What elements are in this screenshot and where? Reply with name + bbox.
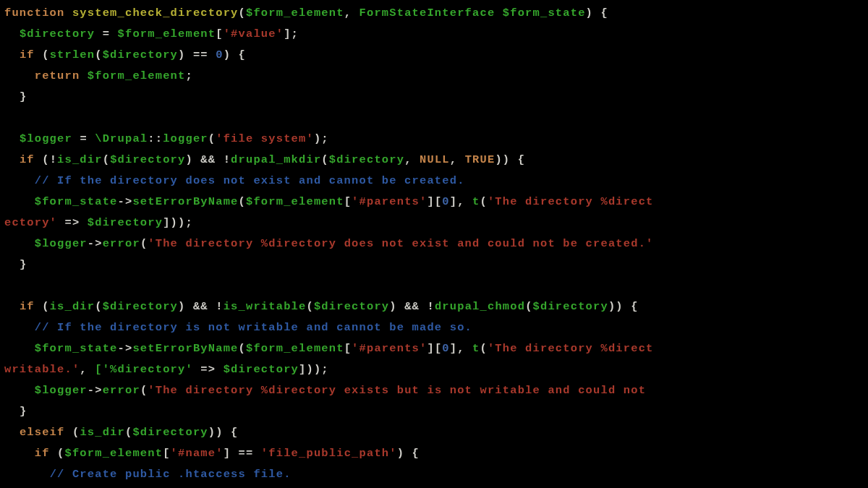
v: $directory — [329, 153, 404, 166]
v: $directory — [88, 216, 163, 229]
v: $form_element — [246, 7, 344, 20]
p: { — [631, 300, 638, 313]
p: ( — [42, 153, 49, 166]
s: '#name' — [171, 447, 224, 460]
p: ] — [299, 363, 306, 376]
p: ) — [608, 300, 616, 313]
v: $directory — [110, 153, 185, 166]
p: } — [20, 90, 27, 103]
op: -> — [118, 195, 133, 208]
v: $form_state — [35, 195, 118, 208]
v: $directory — [103, 48, 178, 61]
b: NULL — [420, 153, 450, 166]
v: $form_element — [246, 195, 344, 208]
p: ( — [306, 300, 313, 313]
p: ( — [95, 300, 102, 313]
p: , — [457, 342, 464, 355]
b: TRUE — [465, 153, 495, 166]
op: => — [200, 363, 216, 376]
op: :: — [148, 132, 163, 145]
op: => — [65, 216, 80, 229]
p: ] — [450, 195, 457, 208]
p: ( — [321, 153, 328, 166]
p: { — [600, 7, 608, 20]
p: [ — [344, 342, 352, 355]
p: ) — [178, 300, 185, 313]
op: && — [193, 300, 208, 313]
p: ) — [178, 48, 185, 61]
fn: drupal_mkdir — [231, 153, 321, 166]
p: ) — [495, 153, 502, 166]
p: ( — [57, 447, 64, 460]
p: [ — [216, 27, 223, 40]
kw-if: if — [20, 300, 35, 313]
comment: // Create public .htaccess file. — [50, 468, 292, 481]
m: logger — [163, 132, 208, 145]
s: 'The directory %direct — [488, 195, 654, 208]
op: && — [404, 300, 420, 313]
p: [ — [435, 342, 442, 355]
p: , — [80, 363, 87, 376]
p: ) — [503, 153, 510, 166]
m: setErrorByName — [132, 342, 238, 355]
op: ! — [224, 153, 231, 166]
p: ) — [224, 48, 231, 61]
p: ] — [427, 342, 434, 355]
m: error — [103, 237, 140, 250]
p: ; — [321, 363, 328, 376]
p: ( — [72, 426, 80, 439]
p: [ — [344, 195, 352, 208]
s: writable.' — [4, 363, 80, 376]
kw-if: if — [35, 447, 50, 460]
p: ( — [239, 195, 246, 208]
p: , — [457, 195, 464, 208]
type: FormStateInterface — [359, 7, 495, 20]
p: ( — [525, 300, 532, 313]
p: , — [344, 7, 352, 20]
op: ! — [50, 153, 57, 166]
p: , — [450, 153, 457, 166]
p: ( — [480, 195, 488, 208]
op: -> — [118, 342, 133, 355]
arr: ['%directory' — [95, 363, 193, 376]
p: ( — [42, 48, 49, 61]
v: $directory — [132, 426, 208, 439]
fn: is_dir — [50, 300, 95, 313]
s: '#parents' — [352, 342, 427, 355]
p: ( — [140, 237, 148, 250]
kw-if: if — [20, 153, 35, 166]
s: '#parents' — [352, 195, 427, 208]
s: ectory' — [4, 216, 57, 229]
p: ( — [239, 342, 246, 355]
op: = — [80, 132, 87, 145]
fn: strlen — [50, 48, 95, 61]
code-block: function system_check_directory($form_el… — [0, 0, 868, 488]
m: error — [103, 384, 140, 397]
p: ] — [427, 195, 434, 208]
p: ( — [95, 48, 102, 61]
p: ] — [284, 27, 291, 40]
comment: // If the directory does not exist and c… — [35, 174, 465, 187]
p: ; — [185, 216, 192, 229]
p: [ — [435, 195, 442, 208]
p: ) — [586, 7, 593, 20]
p: ) — [389, 300, 396, 313]
p: } — [20, 258, 27, 271]
kw-return: return — [35, 69, 80, 82]
v: $directory — [103, 300, 178, 313]
p: ) — [185, 153, 192, 166]
p: } — [20, 405, 27, 418]
fn: is_writable — [224, 300, 307, 313]
m: setErrorByName — [132, 195, 238, 208]
v: $form_element — [65, 447, 163, 460]
p: ) — [616, 300, 623, 313]
s: 'file system' — [216, 132, 314, 145]
fn: t — [472, 342, 480, 355]
op: && — [200, 153, 216, 166]
s: 'file_public_path' — [261, 447, 397, 460]
op: ! — [427, 300, 434, 313]
fn: t — [472, 195, 480, 208]
op: == — [239, 447, 254, 460]
p: { — [412, 447, 420, 460]
p: ) — [314, 132, 321, 145]
